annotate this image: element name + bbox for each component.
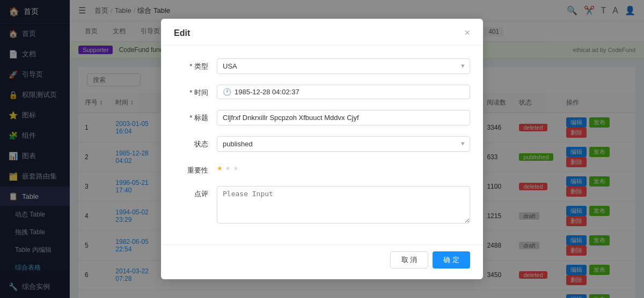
modal-footer: 取 消 确 定: [161, 244, 483, 279]
star-3[interactable]: ★: [233, 165, 239, 172]
modal-header: Edit ×: [161, 19, 483, 46]
cancel-button[interactable]: 取 消: [390, 251, 429, 269]
title-input[interactable]: [217, 110, 470, 125]
title-control: [217, 110, 470, 125]
category-label: * 类型: [174, 58, 217, 71]
comment-control: [217, 186, 470, 225]
importance-control: ★ ★ ★: [217, 162, 470, 172]
comment-label: 点评: [174, 186, 217, 199]
status-select[interactable]: published draft deleted: [217, 136, 470, 152]
status-select-wrapper: published draft deleted: [217, 136, 470, 152]
modal-body: * 类型 USA China * 时间 🕐: [161, 46, 483, 244]
star-2[interactable]: ★: [225, 165, 231, 172]
importance-label: 重要性: [174, 162, 217, 175]
form-row-time: * 时间 🕐: [174, 85, 470, 99]
time-input[interactable]: [235, 88, 464, 96]
category-select-wrapper: USA China: [217, 58, 470, 74]
edit-modal: Edit × * 类型 USA China * 时间: [161, 19, 483, 279]
form-row-importance: 重要性 ★ ★ ★: [174, 162, 470, 175]
status-control: published draft deleted: [217, 136, 470, 152]
time-control: 🕐: [217, 85, 470, 99]
modal-overlay[interactable]: Edit × * 类型 USA China * 时间: [0, 0, 644, 298]
close-icon[interactable]: ×: [464, 27, 470, 39]
category-control: USA China: [217, 58, 470, 74]
star-1[interactable]: ★: [217, 165, 223, 172]
form-row-title: * 标题: [174, 110, 470, 125]
status-label: 状态: [174, 136, 217, 149]
modal-title: Edit: [174, 28, 190, 38]
time-label: * 时间: [174, 85, 217, 98]
form-row-status: 状态 published draft deleted: [174, 136, 470, 152]
confirm-button[interactable]: 确 定: [433, 251, 470, 269]
form-row-category: * 类型 USA China: [174, 58, 470, 74]
stars-row: ★ ★ ★: [217, 162, 470, 172]
title-label: * 标题: [174, 110, 217, 123]
comment-textarea[interactable]: [217, 186, 470, 224]
form-row-comment: 点评: [174, 186, 470, 225]
category-select[interactable]: USA China: [217, 58, 470, 74]
time-input-wrapper: 🕐: [217, 85, 470, 99]
clock-icon: 🕐: [223, 88, 231, 96]
